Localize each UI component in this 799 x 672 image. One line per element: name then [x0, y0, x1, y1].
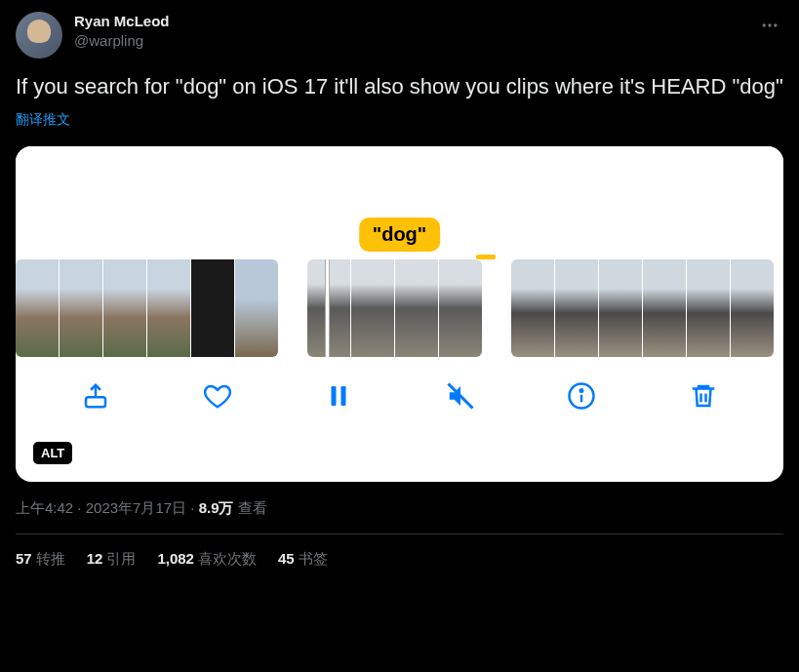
video-frame [60, 259, 102, 357]
video-frame [191, 259, 234, 357]
retweets-label: 转推 [36, 550, 65, 567]
likes-stat[interactable]: 1,082喜欢次数 [157, 550, 257, 569]
video-frame [599, 259, 642, 357]
likes-label: 喜欢次数 [198, 550, 257, 567]
alt-badge[interactable]: ALT [33, 442, 72, 464]
tweet-media[interactable]: "dog" [16, 146, 783, 482]
views-count: 8.9万 [199, 499, 234, 516]
tweet-meta: 上午4:42 · 2023年7月17日 · 8.9万 查看 [16, 499, 783, 518]
tweet-date[interactable]: 2023年7月17日 [86, 499, 186, 516]
svg-rect-5 [341, 386, 346, 406]
mute-icon[interactable] [445, 380, 476, 412]
video-frame [395, 259, 438, 357]
retweets-count: 57 [16, 550, 32, 567]
translate-link[interactable]: 翻译推文 [16, 111, 783, 129]
video-timeline[interactable] [16, 259, 783, 357]
author-names[interactable]: Ryan McLeod @warpling [74, 12, 744, 50]
svg-point-1 [768, 23, 771, 26]
search-term-label: "dog" [359, 217, 441, 252]
media-controls [16, 357, 783, 435]
video-frame [103, 259, 146, 357]
separator: · [186, 499, 199, 516]
share-icon[interactable] [80, 380, 111, 412]
quotes-label: 引用 [106, 550, 136, 567]
video-frame [731, 259, 774, 357]
likes-count: 1,082 [157, 550, 194, 567]
views-label: 查看 [234, 499, 267, 516]
quotes-count: 12 [87, 550, 103, 567]
tweet-container: Ryan McLeod @warpling If you search for … [0, 0, 799, 569]
separator: · [73, 499, 86, 516]
svg-rect-4 [332, 386, 337, 406]
tweet-time[interactable]: 上午4:42 [16, 499, 73, 516]
video-frame [147, 259, 190, 357]
media-header: "dog" [16, 146, 783, 259]
display-name: Ryan McLeod [74, 12, 744, 31]
avatar[interactable] [16, 12, 62, 59]
tweet-text: If you search for "dog" on iOS 17 it'll … [16, 72, 783, 101]
video-frame [16, 259, 59, 357]
video-frame [511, 259, 554, 357]
video-frame [687, 259, 730, 357]
clip-group-3[interactable] [511, 259, 774, 357]
video-frame [235, 259, 278, 357]
tweet-stats: 57转推 12引用 1,082喜欢次数 45书签 [16, 534, 783, 569]
bookmarks-label: 书签 [299, 550, 328, 567]
timeline-marker [476, 255, 496, 259]
pause-icon[interactable] [323, 380, 354, 412]
bookmarks-stat[interactable]: 45书签 [278, 550, 328, 569]
retweets-stat[interactable]: 57转推 [16, 550, 65, 569]
video-frame [555, 259, 598, 357]
svg-rect-3 [86, 397, 105, 407]
bookmarks-count: 45 [278, 550, 295, 567]
handle: @warpling [74, 31, 744, 51]
video-frame [643, 259, 686, 357]
info-icon[interactable] [566, 380, 597, 412]
clip-group-1[interactable] [16, 259, 278, 357]
svg-point-0 [763, 23, 766, 26]
svg-point-9 [580, 389, 583, 392]
playhead[interactable] [325, 259, 330, 357]
heart-icon[interactable] [202, 380, 233, 412]
video-frame [351, 259, 394, 357]
more-icon[interactable] [756, 12, 783, 43]
svg-point-2 [774, 23, 777, 26]
trash-icon[interactable] [688, 380, 719, 412]
video-frame [439, 259, 482, 357]
tweet-header: Ryan McLeod @warpling [16, 12, 783, 59]
quotes-stat[interactable]: 12引用 [87, 550, 137, 569]
clip-group-2[interactable] [307, 259, 482, 357]
